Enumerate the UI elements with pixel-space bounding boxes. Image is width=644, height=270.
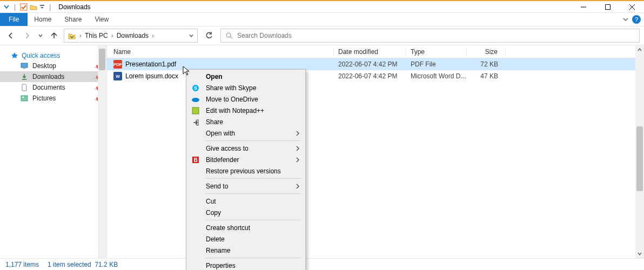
search-box[interactable] <box>220 29 640 43</box>
share-icon <box>191 118 200 126</box>
chevron-right-icon[interactable]: › <box>78 32 83 39</box>
qat-folder-icon[interactable] <box>30 3 37 11</box>
chevron-right-icon[interactable]: › <box>110 32 115 39</box>
menu-item[interactable]: Edit with Notepad++ <box>186 105 305 116</box>
up-button[interactable] <box>48 29 61 42</box>
menu-item[interactable]: Restore previous versions <box>186 165 305 177</box>
submenu-arrow-icon <box>296 157 300 163</box>
menu-item-icon <box>191 261 200 270</box>
menu-item[interactable]: Cut <box>186 195 305 207</box>
close-button[interactable] <box>620 1 644 13</box>
ribbon-expand-icon[interactable] <box>622 16 629 23</box>
menu-item[interactable]: Copy <box>186 207 305 218</box>
menu-item-label: Share <box>206 118 300 126</box>
column-type[interactable]: Type <box>406 48 467 56</box>
file-date: 2022-06-07 4:42 PM <box>334 60 406 68</box>
menu-item-label: Bitdefender <box>206 156 290 164</box>
status-selected: 1 item selected 71.2 KB <box>48 261 118 268</box>
tab-share[interactable]: Share <box>58 13 88 26</box>
svg-rect-3 <box>605 4 610 9</box>
search-input[interactable] <box>237 32 635 39</box>
menu-item[interactable]: Send to <box>186 180 305 192</box>
svg-rect-9 <box>23 68 25 69</box>
separator: | <box>49 3 51 11</box>
recent-locations-icon[interactable] <box>37 29 44 42</box>
qat-down-arrow-icon[interactable] <box>3 4 10 10</box>
file-row[interactable]: PDFPresentation1.pdf2022-06-07 4:42 PMPD… <box>107 58 644 70</box>
maximize-button[interactable] <box>595 1 620 13</box>
menu-item-icon <box>191 72 200 81</box>
svg-point-6 <box>226 33 231 37</box>
menu-item-icon <box>191 144 200 153</box>
menu-item-label: Copy <box>206 209 300 217</box>
menu-item[interactable]: Open with <box>186 127 305 139</box>
scroll-down-icon[interactable] <box>635 249 644 258</box>
address-dropdown-icon[interactable] <box>189 33 194 38</box>
menu-item-label: Give access to <box>206 145 290 152</box>
sidebar-item-label: Documents <box>32 84 65 91</box>
file-size: 72 KB <box>467 60 506 68</box>
column-headers: Name Date modified Type Size <box>107 45 644 58</box>
tab-file[interactable]: File <box>0 13 28 26</box>
menu-item[interactable]: Open <box>186 71 305 82</box>
menu-item[interactable]: Share <box>186 116 305 127</box>
star-icon <box>11 52 18 59</box>
menu-item[interactable]: Move to OneDrive <box>186 93 305 105</box>
tab-view[interactable]: View <box>88 13 115 26</box>
menu-item-label: Create shortcut <box>206 224 300 232</box>
minimize-button[interactable] <box>571 1 595 13</box>
help-button[interactable]: ? <box>632 15 641 24</box>
navbar: › This PC › Downloads › <box>0 26 644 45</box>
forward-button[interactable] <box>21 29 33 42</box>
breadcrumb[interactable]: This PC <box>85 32 108 39</box>
back-button[interactable] <box>4 29 17 42</box>
svg-rect-0 <box>21 4 27 10</box>
content-scrollbar[interactable] <box>635 45 644 258</box>
menu-item[interactable]: Give access to <box>186 143 305 154</box>
scroll-up-icon[interactable] <box>635 45 644 54</box>
downloads-icon <box>21 73 28 80</box>
sidebar-item-downloads[interactable]: Downloads 📌 <box>0 71 106 82</box>
column-size[interactable]: Size <box>467 48 506 56</box>
menu-item-icon <box>191 167 200 176</box>
sidebar-quick-access[interactable]: Quick access <box>0 51 106 60</box>
file-type: Microsoft Word D... <box>406 72 467 80</box>
sidebar-scrollbar[interactable] <box>98 45 106 258</box>
menu-item[interactable]: Rename <box>186 245 305 256</box>
svg-line-7 <box>230 37 232 39</box>
svg-rect-11 <box>21 96 28 101</box>
column-name[interactable]: Name <box>107 48 334 56</box>
menu-item[interactable]: Properties <box>186 260 305 270</box>
scrollbar-thumb[interactable] <box>99 49 105 70</box>
breadcrumb[interactable]: Downloads <box>117 32 149 39</box>
column-date[interactable]: Date modified <box>334 48 406 56</box>
refresh-button[interactable] <box>201 29 217 43</box>
submenu-arrow-icon <box>296 131 300 136</box>
svg-point-12 <box>23 97 24 98</box>
menu-item[interactable]: Create shortcut <box>186 222 305 233</box>
tab-home[interactable]: Home <box>28 13 58 26</box>
sidebar-item-pictures[interactable]: Pictures 📌 <box>0 93 106 104</box>
menu-separator <box>206 258 301 258</box>
menu-item-label: Properties <box>206 262 300 269</box>
docx-file-icon: W <box>113 72 122 80</box>
menu-item-label: Open <box>206 73 300 80</box>
file-date: 2022-06-07 4:42 PM <box>334 72 406 80</box>
qat-customize-icon[interactable] <box>39 4 45 10</box>
status-total-items: 1,177 items <box>5 261 39 268</box>
scrollbar-thumb[interactable] <box>636 126 643 191</box>
qat-checkbox-icon[interactable] <box>20 3 28 11</box>
sidebar-item-documents[interactable]: Documents 📌 <box>0 82 106 93</box>
menu-item[interactable]: BBitdefender <box>186 154 305 165</box>
address-bar[interactable]: › This PC › Downloads › <box>64 29 198 43</box>
documents-icon <box>21 84 28 91</box>
menu-item-icon <box>191 208 200 217</box>
address-folder-icon <box>68 31 76 40</box>
chevron-right-icon[interactable]: › <box>151 32 155 39</box>
menu-item-label: Rename <box>206 247 300 254</box>
sidebar-item-desktop[interactable]: Desktop 📌 <box>0 60 106 71</box>
menu-item[interactable]: Delete <box>186 233 305 245</box>
menu-item[interactable]: SShare with Skype <box>186 82 305 93</box>
svg-text:S: S <box>194 85 197 91</box>
menu-item-label: Edit with Notepad++ <box>206 107 300 114</box>
